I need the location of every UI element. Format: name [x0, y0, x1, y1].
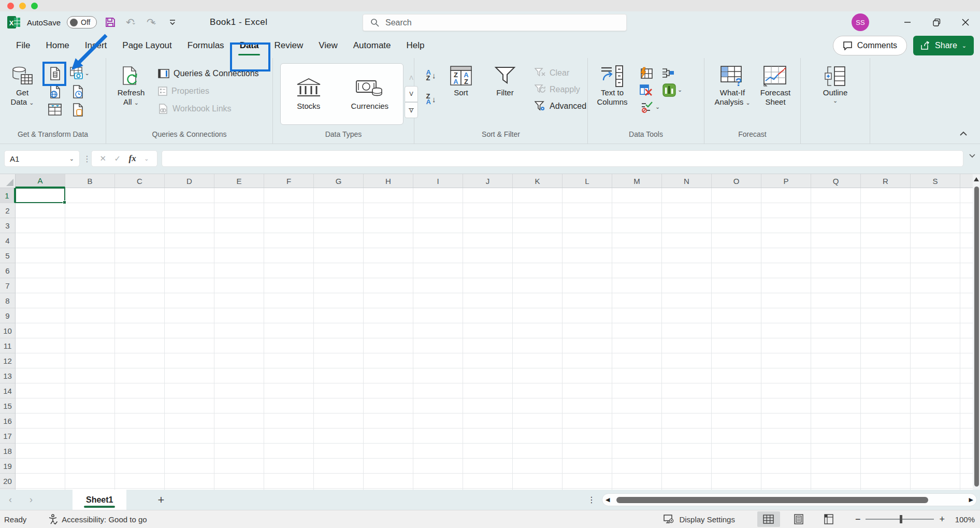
refresh-all-button[interactable]: Refresh All ⌄ — [112, 64, 150, 130]
sort-ascending-button[interactable]: AZ↓ — [422, 66, 440, 84]
previous-sheet-button[interactable]: ‹ — [0, 494, 21, 505]
row-header-17[interactable]: 17 — [0, 429, 15, 444]
add-sheet-button[interactable]: + — [157, 493, 164, 507]
advanced-filter-button[interactable]: Advanced — [535, 98, 586, 114]
queries-connections-button[interactable]: Queries & Connections — [158, 65, 259, 82]
kebab-menu-icon[interactable]: ⋮ — [587, 495, 596, 505]
restore-button[interactable] — [922, 11, 951, 33]
column-header-F[interactable]: F — [264, 174, 314, 188]
from-web-button[interactable] — [47, 83, 63, 100]
mac-close-icon[interactable] — [7, 3, 14, 9]
tab-formulas[interactable]: Formulas — [180, 33, 232, 58]
mac-minimize-icon[interactable] — [19, 3, 26, 9]
column-header-D[interactable]: D — [165, 174, 214, 188]
view-page-layout-button[interactable] — [787, 511, 810, 527]
cells-area[interactable] — [16, 188, 973, 490]
forecast-sheet-button[interactable]: Forecast Sheet — [757, 64, 794, 130]
expand-formula-bar-button[interactable] — [969, 153, 976, 158]
sort-descending-button[interactable]: ZA↓ — [422, 90, 440, 108]
search-input[interactable]: Search — [363, 14, 627, 31]
share-button[interactable]: Share ⌄ — [913, 36, 974, 55]
close-button[interactable] — [951, 11, 980, 33]
row-header-1[interactable]: 1 — [0, 188, 15, 203]
column-header-Q[interactable]: Q — [811, 174, 861, 188]
display-settings-button[interactable]: Display Settings — [664, 515, 735, 524]
excel-logo-icon[interactable]: X — [7, 16, 21, 29]
mac-zoom-icon[interactable] — [31, 3, 38, 9]
formula-input[interactable] — [162, 150, 963, 167]
column-header-A[interactable]: A — [16, 174, 65, 188]
view-page-break-button[interactable] — [817, 511, 840, 527]
from-picture-button[interactable]: ⌄ — [69, 65, 90, 82]
column-header-P[interactable]: P — [761, 174, 811, 188]
tab-view[interactable]: View — [311, 33, 345, 58]
manage-data-model-button[interactable]: ⌄ — [659, 82, 685, 98]
column-header-C[interactable]: C — [115, 174, 165, 188]
column-header-B[interactable]: B — [65, 174, 115, 188]
insert-function-button[interactable]: fx — [129, 153, 136, 164]
column-header-M[interactable]: M — [612, 174, 662, 188]
row-header-16[interactable]: 16 — [0, 413, 15, 429]
next-sheet-button[interactable]: › — [21, 494, 41, 505]
name-box[interactable]: A1 ⌄ — [4, 150, 80, 167]
row-header-10[interactable]: 10 — [0, 323, 15, 338]
from-table-range-button[interactable] — [47, 102, 63, 118]
zoom-slider-thumb[interactable] — [900, 515, 902, 523]
row-header-9[interactable]: 9 — [0, 308, 15, 323]
select-all-corner[interactable] — [0, 174, 16, 188]
confirm-entry-button[interactable]: ✓ — [114, 154, 121, 163]
consolidate-button[interactable] — [659, 65, 676, 81]
reapply-filter-button[interactable]: Reapply — [535, 82, 586, 97]
row-header-20[interactable]: 20 — [0, 474, 15, 489]
row-header-7[interactable]: 7 — [0, 278, 15, 293]
tab-review[interactable]: Review — [266, 33, 311, 58]
formula-bar-grip-icon[interactable]: ⋮ — [83, 150, 91, 167]
row-header-11[interactable]: 11 — [0, 338, 15, 353]
filter-button[interactable]: Filter — [489, 64, 521, 130]
properties-button[interactable]: Properties — [158, 83, 259, 99]
currencies-button[interactable]: Currencies — [351, 78, 389, 110]
outline-button[interactable]: Outline ⌄ — [817, 64, 854, 130]
accessibility-status[interactable]: Accessibility: Good to go — [48, 514, 147, 524]
scroll-left-icon[interactable]: ◀ — [606, 496, 610, 503]
redo-button[interactable]: ↷⌄ — [145, 15, 159, 30]
flash-fill-button[interactable] — [638, 65, 654, 81]
sheet-tab-sheet1[interactable]: Sheet1 — [73, 490, 126, 510]
fill-handle[interactable] — [63, 201, 66, 204]
row-header-15[interactable]: 15 — [0, 398, 15, 413]
scroll-up-icon[interactable] — [974, 177, 979, 181]
column-header-I[interactable]: I — [413, 174, 463, 188]
tab-data[interactable]: Data — [232, 33, 267, 58]
column-header-G[interactable]: G — [314, 174, 364, 188]
horizontal-scrollbar[interactable]: ◀ ▶ — [602, 493, 977, 506]
scroll-right-icon[interactable]: ▶ — [969, 496, 973, 503]
column-header-L[interactable]: L — [563, 174, 612, 188]
comments-button[interactable]: Comments — [833, 36, 907, 55]
row-header-6[interactable]: 6 — [0, 263, 15, 278]
tab-automate[interactable]: Automate — [345, 33, 399, 58]
avatar[interactable]: SS — [852, 13, 869, 31]
customize-toolbar-button[interactable] — [165, 15, 180, 30]
horizontal-scroll-thumb[interactable] — [616, 497, 928, 503]
row-header-8[interactable]: 8 — [0, 293, 15, 308]
collapse-ribbon-button[interactable] — [959, 131, 968, 136]
undo-button[interactable]: ↶⌄ — [124, 15, 138, 30]
view-normal-button[interactable] — [757, 511, 780, 527]
row-header-4[interactable]: 4 — [0, 233, 15, 248]
clear-filter-button[interactable]: Clear — [535, 65, 586, 81]
stocks-button[interactable]: Stocks — [295, 78, 322, 110]
row-header-5[interactable]: 5 — [0, 248, 15, 263]
zoom-out-button[interactable]: − — [855, 514, 861, 525]
column-header-partial[interactable] — [960, 174, 973, 188]
save-button[interactable] — [103, 15, 118, 30]
column-header-O[interactable]: O — [712, 174, 761, 188]
column-header-J[interactable]: J — [463, 174, 513, 188]
row-header-18[interactable]: 18 — [0, 444, 15, 459]
tab-home[interactable]: Home — [38, 33, 77, 58]
row-header-14[interactable]: 14 — [0, 383, 15, 398]
cancel-entry-button[interactable]: ✕ — [99, 154, 106, 163]
column-header-R[interactable]: R — [861, 174, 911, 188]
column-header-N[interactable]: N — [662, 174, 712, 188]
zoom-level[interactable]: 100% — [950, 515, 975, 524]
remove-duplicates-button[interactable] — [638, 82, 654, 98]
